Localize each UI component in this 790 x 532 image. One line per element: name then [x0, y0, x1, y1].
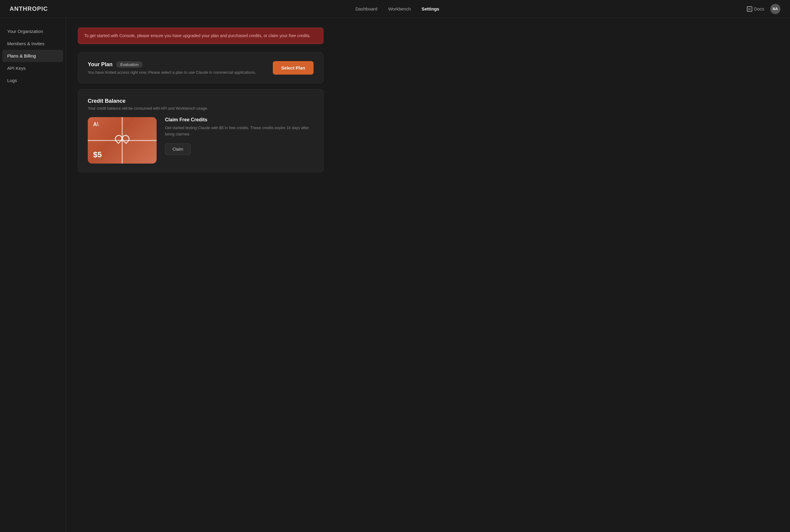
docs-button[interactable]: ▤ Docs: [747, 6, 764, 12]
sidebar-item-members-invites[interactable]: Members & Invites: [0, 37, 65, 50]
page-layout: Your Organization Members & Invites Plan…: [0, 18, 790, 532]
claim-text: Get started testing Claude with $5 in fr…: [165, 125, 313, 137]
gift-card-logo: A\: [93, 121, 98, 128]
plan-header: Your Plan Evaluation You have limited ac…: [88, 61, 313, 75]
sidebar-item-plans-billing[interactable]: Plans & Billing: [2, 50, 63, 62]
sidebar-item-api-keys[interactable]: API Keys: [0, 62, 65, 74]
claim-button[interactable]: Claim: [165, 144, 191, 155]
credit-row: A\ $5 Claim Free Credits Get started tes…: [88, 117, 313, 164]
brand-logo: ANTHROPIC: [9, 5, 48, 12]
nav-links: Dashboard Workbench Settings: [355, 6, 439, 12]
claim-title: Claim Free Credits: [165, 117, 313, 122]
gift-card: A\ $5: [88, 117, 157, 164]
plan-description: You have limited access right now. Pleas…: [88, 70, 256, 75]
avatar[interactable]: NA: [770, 4, 781, 14]
bow-decoration: [115, 135, 130, 144]
plan-title-row: Your Plan Evaluation: [88, 61, 256, 68]
your-plan-card: Your Plan Evaluation You have limited ac…: [78, 53, 323, 83]
credit-balance-description: Your credit balance will be consumed wit…: [88, 106, 313, 111]
select-plan-button[interactable]: Select Plan: [273, 61, 313, 75]
docs-icon: ▤: [747, 6, 752, 12]
sidebar: Your Organization Members & Invites Plan…: [0, 18, 66, 532]
main-content: To get started with Console, please ensu…: [66, 18, 335, 532]
nav-dashboard[interactable]: Dashboard: [355, 6, 377, 12]
credit-balance-card: Credit Balance Your credit balance will …: [78, 89, 323, 172]
plan-title: Your Plan: [88, 61, 113, 68]
sidebar-item-your-organization[interactable]: Your Organization: [0, 25, 65, 37]
alert-message: To get started with Console, please ensu…: [84, 33, 311, 38]
sidebar-item-logs[interactable]: Logs: [0, 74, 65, 87]
plan-info: Your Plan Evaluation You have limited ac…: [88, 61, 256, 75]
docs-label: Docs: [754, 6, 764, 12]
nav-settings[interactable]: Settings: [422, 6, 439, 12]
claim-section: Claim Free Credits Get started testing C…: [165, 117, 313, 155]
nav-workbench[interactable]: Workbench: [388, 6, 411, 12]
top-navigation: ANTHROPIC Dashboard Workbench Settings ▤…: [0, 0, 790, 18]
alert-banner: To get started with Console, please ensu…: [78, 27, 323, 44]
gift-amount: $5: [93, 150, 102, 159]
plan-badge: Evaluation: [116, 61, 143, 68]
nav-right: ▤ Docs NA: [747, 4, 781, 14]
credit-balance-title: Credit Balance: [88, 98, 313, 104]
